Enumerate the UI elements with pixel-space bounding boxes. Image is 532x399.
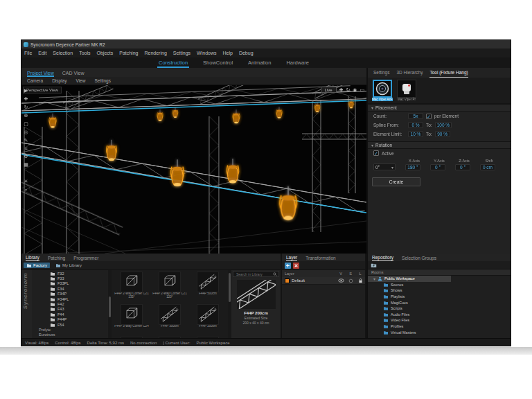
menu-debug[interactable]: Debug (239, 51, 254, 55)
subtab-view[interactable]: View (76, 78, 85, 83)
gear-tool-icon[interactable]: ⚙ (24, 154, 28, 159)
factory-source-button[interactable]: Factory (24, 263, 50, 268)
limit-to-field[interactable]: 90 % (435, 131, 450, 137)
fixture-thumb-1[interactable]: Mac Viper AirFX (372, 80, 393, 101)
orbit-tool-icon[interactable]: ↻ (24, 105, 28, 110)
menu-windows[interactable]: Windows (197, 51, 216, 55)
tab-animation[interactable]: Animation (247, 58, 272, 68)
tab-selection-groups[interactable]: Selection Groups (402, 256, 436, 261)
lamp-icon[interactable]: ◉ (353, 87, 357, 93)
lock-toggle[interactable] (355, 278, 365, 283)
count-field[interactable]: 5x (408, 113, 423, 119)
draw-tool-icon[interactable]: ✎ (24, 138, 28, 143)
fixture-thumb-2[interactable]: Mac Viper Pr (396, 80, 417, 101)
menu-settings[interactable]: Settings (173, 51, 190, 55)
rotation-section-header[interactable]: ▾ Rotation (368, 141, 511, 149)
select-tool-icon[interactable]: ▶ (24, 88, 28, 94)
menu-objects[interactable]: Objects (96, 51, 113, 55)
menu-help[interactable]: Help (222, 51, 232, 55)
tab-construction[interactable]: Construction (157, 58, 189, 68)
repo-item[interactable]: Scripts (368, 305, 511, 312)
tab-layer[interactable]: Layer (286, 255, 297, 261)
orbit-icon[interactable]: ↻ (346, 87, 350, 93)
tree-item[interactable]: F34 (32, 286, 108, 291)
rotation-preset-dropdown[interactable]: 0° ▾ (373, 163, 396, 170)
z-axis-field[interactable]: 0 ° (455, 164, 470, 170)
grid-scrollbar[interactable] (228, 270, 231, 338)
display-icon[interactable]: ▭ (360, 87, 364, 93)
per-element-checkbox[interactable]: ✓ (426, 114, 432, 119)
subtab-display[interactable]: Display (52, 78, 66, 83)
tree-item[interactable]: F54 (32, 322, 108, 327)
title-bar[interactable]: Syncronorm Depence Partner MK R2 (21, 40, 511, 48)
library-item[interactable]: F44P 500cm (189, 272, 227, 303)
repo-item[interactable]: Audio Files (368, 312, 511, 318)
box-tool-icon[interactable]: ▢ (24, 121, 28, 127)
measure-tool-icon[interactable]: ≡ (24, 146, 27, 151)
repo-item[interactable]: Scenes (368, 282, 511, 288)
pan-icon[interactable]: ✚ (339, 87, 344, 93)
menu-file[interactable]: File (24, 51, 32, 55)
create-button[interactable]: Create (372, 177, 420, 186)
tree-item[interactable]: F44P (32, 317, 108, 322)
layer-row[interactable]: Default (282, 277, 365, 285)
placement-section-header[interactable]: ▾ Placement (368, 104, 511, 112)
limit-from-field[interactable]: 10 % (408, 131, 423, 137)
repo-item[interactable]: MagiCues (368, 299, 511, 305)
library-item[interactable]: F44P 2-Way Corner C21 135° (113, 272, 150, 303)
mylibrary-source-button[interactable]: My Library (53, 263, 85, 268)
tree-item[interactable]: F42 (32, 301, 108, 306)
workspace-root-row[interactable]: ▾ Public Workspace (368, 276, 451, 282)
rotation-active-checkbox[interactable]: ✓ (373, 150, 379, 156)
library-search[interactable] (233, 271, 279, 277)
tree-item[interactable]: F34PL (32, 296, 108, 301)
tab-tool-fixture-hang[interactable]: Tool (Fixture Hang) (429, 70, 468, 78)
camera-tool-icon[interactable]: ◎ (24, 130, 28, 135)
import-workspace-icon[interactable] (371, 263, 377, 268)
move-tool-icon[interactable]: ✚ (24, 96, 28, 102)
viewport-3d[interactable]: Perspective View Live ✚ ↻ ◉ ▭ ▶ ✚ ↻ ⊕ ▢ … (21, 85, 366, 254)
repo-item[interactable]: Profiles (368, 323, 511, 330)
tab-settings-panel[interactable]: Settings (373, 70, 390, 78)
shift-field[interactable]: 0 cm (480, 164, 495, 170)
tab-showcontrol[interactable]: ShowControl (202, 58, 234, 68)
add-layer-button[interactable] (285, 263, 291, 269)
menu-rendering[interactable]: Rendering (144, 51, 166, 55)
repo-item[interactable]: Virtual Masters (368, 329, 511, 335)
live-button[interactable]: Live (321, 87, 337, 93)
tree-category[interactable]: Prolyte (32, 327, 108, 332)
library-item[interactable]: F44P 2-Way Corner C21 120° (151, 272, 188, 303)
tab-3d-hierarchy[interactable]: 3D Hierarchy (397, 70, 423, 78)
tree-item[interactable]: F33 (32, 276, 108, 281)
menu-selection[interactable]: Selection (53, 51, 73, 55)
tab-transformation[interactable]: Transformation (305, 256, 335, 261)
tab-cad-view[interactable]: CAD View (62, 71, 85, 77)
delete-layer-button[interactable] (293, 263, 299, 269)
tab-library[interactable]: Library (26, 255, 39, 261)
subtab-settings[interactable]: Settings (94, 78, 111, 83)
search-input[interactable] (235, 272, 272, 277)
tree-item[interactable]: F44 (32, 312, 108, 317)
subtab-camera[interactable]: Camera (27, 78, 43, 83)
library-item[interactable]: F44P 200cm (189, 304, 227, 336)
visibility-toggle[interactable] (336, 278, 346, 283)
tree-item[interactable]: F33PL (32, 281, 108, 286)
brightness-icon[interactable]: ☀ (24, 179, 28, 184)
tree-item[interactable]: F43 (32, 307, 108, 312)
tab-hardware[interactable]: Hardware (285, 58, 310, 68)
spline-from-field[interactable]: 0 % (408, 122, 423, 128)
selectable-toggle[interactable] (346, 278, 355, 283)
add-object-icon[interactable]: ⊕ (24, 113, 28, 118)
tab-project-view[interactable]: Project View (27, 71, 54, 77)
menu-tools[interactable]: Tools (79, 51, 90, 55)
menu-patching[interactable]: Patching (119, 51, 138, 55)
tree-item[interactable]: F34P (32, 292, 108, 296)
menu-edit[interactable]: Edit (38, 51, 46, 55)
grid-tool-icon[interactable]: ▦ (24, 162, 28, 168)
repo-item[interactable]: Video Files (368, 317, 511, 323)
viewport-3d-scene[interactable] (21, 85, 366, 254)
layer-color-swatch[interactable] (285, 278, 290, 283)
tree-category[interactable]: Eurotruss (32, 332, 108, 337)
x-axis-field[interactable]: 180 ° (405, 164, 420, 170)
tab-programmer[interactable]: Programmer (73, 256, 98, 261)
